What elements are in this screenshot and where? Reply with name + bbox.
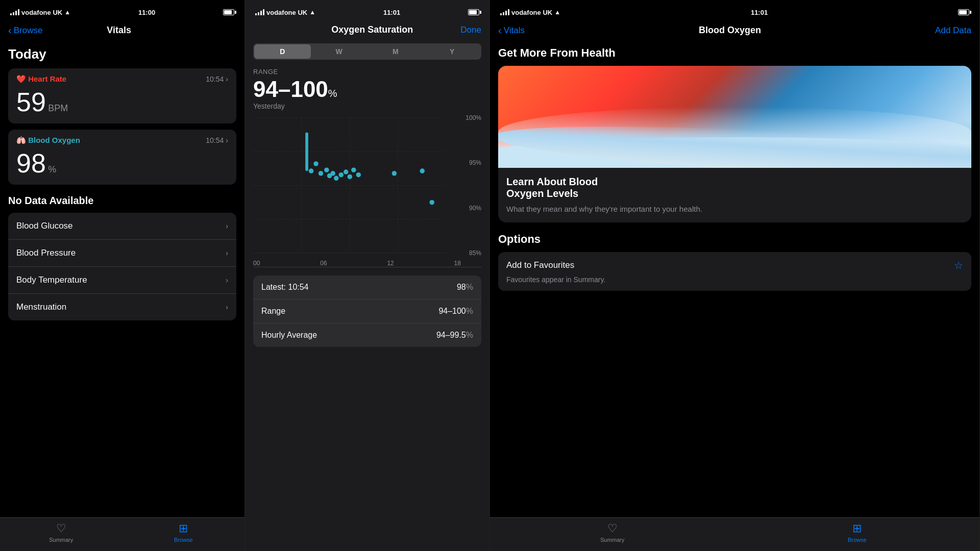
signal-icon-1 [10, 9, 19, 15]
promo-title: Learn About BloodOxygen Levels [506, 176, 963, 199]
status-left-1: vodafone UK ▲ [10, 9, 70, 16]
status-right-2 [468, 9, 479, 15]
summary-label-1: Summary [49, 537, 73, 543]
blood-oxygen-value-row: 98 % [16, 148, 228, 179]
browse-icon-3: ⊞ [852, 522, 862, 535]
stat-range-value: 94–100% [438, 307, 473, 316]
stat-latest-unit: % [466, 283, 473, 291]
heart-rate-title: ❤️ Heart Rate [16, 74, 66, 84]
x-label-18: 18 [454, 260, 461, 267]
add-favourites-label: Add to Favourites [506, 260, 574, 270]
promo-image [498, 66, 971, 168]
options-title: Options [498, 233, 971, 246]
star-icon[interactable]: ☆ [954, 259, 963, 271]
battery-icon-3 [958, 9, 969, 15]
tab-browse-3[interactable]: ⊞ Browse [735, 522, 980, 543]
carrier-2: vodafone UK [266, 9, 307, 16]
back-button-1[interactable]: ‹ Browse [8, 24, 42, 36]
oxygen-chart: 100% 95% 90% 85% 00 06 12 18 [253, 114, 481, 267]
svg-point-15 [334, 176, 338, 181]
browse-icon-1: ⊞ [179, 522, 188, 535]
range-value: 94–100% [245, 77, 489, 102]
wave1 [498, 107, 971, 158]
nav-bar-3: ‹ Vitals Blood Oxygen Add Data [490, 22, 979, 40]
list-item-blood-glucose[interactable]: Blood Glucose › [8, 213, 236, 240]
svg-point-22 [420, 168, 425, 173]
segment-month[interactable]: M [368, 44, 424, 59]
stat-hourly-unit: % [466, 331, 473, 339]
summary-label-3: Summary [600, 537, 624, 543]
oxygen-panel: vodafone UK ▲ 11:01 Oxygen Saturation Do… [245, 0, 490, 551]
tab-bar-1: ♡ Summary ⊞ Browse [0, 517, 244, 551]
done-button[interactable]: Done [460, 25, 481, 35]
list-item-body-temp[interactable]: Body Temperature › [8, 267, 236, 294]
heart-rate-chevron: › [226, 75, 228, 83]
signal-icon-3 [500, 9, 509, 15]
chart-svg [253, 114, 461, 257]
blood-oxygen-card[interactable]: 🫁 Blood Oxygen 10:54 › 98 % [8, 130, 236, 185]
blood-pressure-chevron: › [226, 249, 228, 257]
tab-summary-1[interactable]: ♡ Summary [0, 522, 122, 543]
back-arrow-3: ‹ [498, 24, 502, 36]
segment-day[interactable]: D [254, 44, 311, 59]
wifi-icon-1: ▲ [64, 9, 70, 16]
blood-pressure-label: Blood Pressure [16, 248, 76, 258]
browse-label-1: Browse [174, 537, 193, 543]
heart-rate-value-row: 59 BPM [16, 87, 228, 117]
blood-glucose-label: Blood Glucose [16, 221, 73, 231]
summary-icon-3: ♡ [607, 522, 618, 535]
battery-fill-1 [224, 10, 232, 14]
get-more-title: Get More From Health [498, 46, 971, 60]
svg-point-18 [348, 174, 352, 179]
blood-glucose-chevron: › [226, 222, 228, 230]
no-data-list: Blood Glucose › Blood Pressure › Body Te… [8, 213, 236, 320]
y-label-85: 85% [469, 249, 481, 257]
wave2 [498, 137, 971, 168]
status-bar-1: vodafone UK ▲ 11:00 [0, 0, 244, 22]
time-2: 11:01 [383, 9, 400, 16]
stat-hourly-label: Hourly Average [261, 331, 317, 340]
menstruation-chevron: › [226, 303, 228, 311]
nav-bar-1: ‹ Browse Vitals [0, 22, 244, 40]
stats-group: Latest: 10:54 98% Range 94–100% Hourly A… [253, 276, 481, 347]
summary-icon-1: ♡ [56, 522, 66, 535]
back-label-3: Vitals [504, 26, 525, 36]
list-item-blood-pressure[interactable]: Blood Pressure › [8, 240, 236, 267]
svg-point-12 [324, 167, 329, 172]
stats-section: Latest: 10:54 98% Range 94–100% Hourly A… [245, 267, 489, 347]
back-button-3[interactable]: ‹ Vitals [498, 24, 525, 36]
today-title: Today [8, 46, 236, 62]
svg-point-11 [318, 171, 323, 176]
x-label-00: 00 [253, 260, 260, 267]
range-label: RANGE [245, 68, 489, 76]
status-bar-2: vodafone UK ▲ 11:01 [245, 0, 489, 22]
blood-oxygen-header: 🫁 Blood Oxygen 10:54 › [16, 136, 228, 145]
battery-icon-1 [223, 9, 234, 15]
chart-x-labels: 00 06 12 18 [253, 260, 461, 267]
tab-browse-1[interactable]: ⊞ Browse [122, 522, 245, 543]
svg-point-20 [356, 172, 361, 177]
segment-control: D W M Y [253, 43, 481, 60]
signal-icon-2 [255, 9, 264, 15]
page-title-2: Oxygen Saturation [331, 24, 413, 35]
svg-point-21 [392, 171, 397, 176]
x-label-06: 06 [320, 260, 327, 267]
lung-icon: 🫁 [16, 136, 26, 144]
promo-card[interactable]: Learn About BloodOxygen Levels What they… [498, 66, 971, 222]
heart-rate-card[interactable]: ❤️ Heart Rate 10:54 › 59 BPM [8, 68, 236, 123]
stat-latest-value: 98% [457, 283, 473, 292]
svg-rect-8 [305, 132, 308, 171]
segment-week[interactable]: W [311, 44, 368, 59]
wifi-icon-2: ▲ [309, 9, 315, 16]
back-label-1: Browse [14, 26, 43, 36]
tab-summary-3[interactable]: ♡ Summary [490, 522, 735, 543]
svg-point-10 [313, 161, 318, 166]
segment-year[interactable]: Y [424, 44, 480, 59]
y-label-95: 95% [469, 159, 481, 166]
battery-fill-2 [469, 10, 477, 14]
battery-fill-3 [959, 10, 967, 14]
list-item-menstruation[interactable]: Menstruation › [8, 294, 236, 320]
heart-rate-value: 59 [16, 87, 46, 117]
status-left-2: vodafone UK ▲ [255, 9, 315, 16]
add-data-button[interactable]: Add Data [935, 26, 971, 36]
